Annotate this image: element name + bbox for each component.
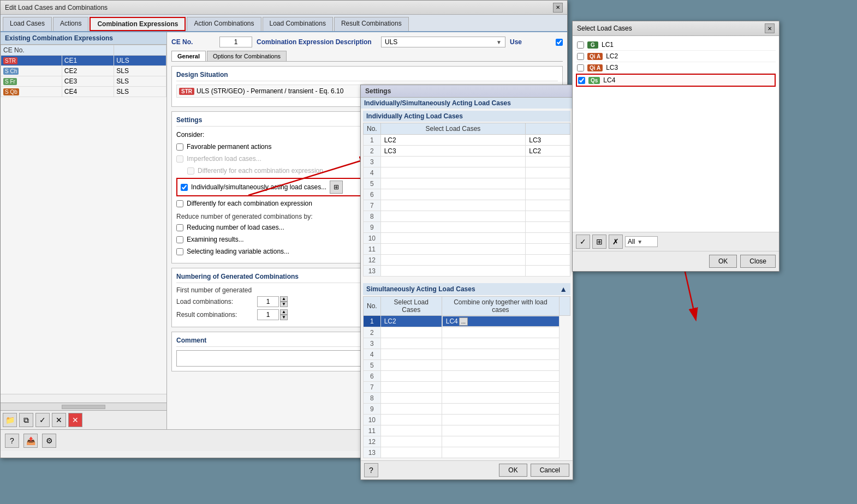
lc-cell[interactable] [380, 211, 526, 222]
all-dropdown[interactable]: All ▼ [625, 236, 658, 247]
table-row[interactable]: 2 LC3 LC2 [364, 146, 570, 157]
lc-check-filtered-button[interactable]: ⊞ [592, 235, 606, 249]
table-row[interactable]: 10 [364, 233, 570, 244]
popup-ok-button[interactable]: OK [499, 464, 527, 477]
table-row[interactable]: 7 [364, 382, 570, 393]
lc-ok-button[interactable]: OK [709, 255, 737, 268]
table-row[interactable]: 4 [364, 349, 570, 360]
table-row[interactable]: 3 [364, 338, 570, 349]
table-row[interactable]: 11 [364, 425, 570, 436]
lc-cell[interactable] [380, 200, 526, 211]
table-row[interactable]: 2 [364, 327, 570, 338]
help-button[interactable]: ? [5, 434, 19, 448]
table-row[interactable]: 9 [364, 404, 570, 415]
combine-browse-button[interactable]: ... [459, 317, 468, 326]
lc-cell[interactable] [380, 393, 442, 404]
favorable-checkbox[interactable] [176, 143, 183, 151]
table-row[interactable]: 12 [364, 436, 570, 447]
inner-tab-options[interactable]: Options for Combinations [207, 51, 287, 61]
lc-cell[interactable] [380, 436, 442, 447]
combine-cell[interactable] [442, 338, 559, 349]
table-row[interactable]: 10 [364, 415, 570, 425]
combine-cell[interactable] [442, 327, 559, 338]
tab-load-combinations[interactable]: Load Combinations [263, 17, 333, 31]
combine-cell[interactable] [442, 349, 559, 360]
lc-cell2[interactable] [526, 189, 570, 200]
table-row[interactable]: 13 [364, 447, 570, 458]
table-row[interactable]: 8 [364, 211, 570, 222]
simul-scroll-up[interactable]: ▲ [560, 285, 567, 293]
lc-cell2[interactable]: LC2 [526, 146, 570, 157]
tab-combination-expressions[interactable]: Combination Expressions [90, 17, 186, 31]
tab-result-combinations[interactable]: Result Combinations [334, 17, 409, 31]
leading-checkbox[interactable] [176, 248, 183, 255]
popup-help-button[interactable]: ? [364, 463, 378, 477]
combine-cell[interactable] [442, 404, 559, 415]
ce-desc-dropdown[interactable]: ULS ▼ [381, 37, 505, 47]
combine-cell[interactable] [442, 447, 559, 458]
table-row[interactable]: 8 [364, 393, 570, 404]
combine-cell[interactable] [442, 425, 559, 436]
table-row[interactable]: 1 LC2 LC4 ... [364, 316, 570, 327]
ce-check-button[interactable]: ✓ [35, 413, 50, 427]
lc-cell2[interactable] [526, 266, 570, 277]
table-row[interactable]: 9 [364, 222, 570, 233]
lc-cell[interactable] [380, 167, 526, 178]
lc-uncheck-button[interactable]: ✗ [609, 235, 623, 249]
table-row[interactable]: S Fr CE3 SLS [1, 76, 166, 87]
lc-cell2[interactable] [526, 200, 570, 211]
table-row[interactable]: 3 [364, 157, 570, 167]
tab-action-combinations[interactable]: Action Combinations [187, 17, 261, 31]
lc-cell[interactable]: LC2 [380, 135, 526, 146]
table-row[interactable]: S Ch CE2 SLS [1, 66, 166, 76]
examine-checkbox[interactable] [176, 236, 183, 243]
combine-cell[interactable] [442, 436, 559, 447]
lc-cell2[interactable]: LC3 [526, 135, 570, 146]
lc-cell[interactable] [380, 233, 526, 244]
table-row[interactable]: 13 [364, 266, 570, 277]
settings-button2[interactable]: ⚙ [42, 434, 56, 448]
lc-close-button[interactable]: Close [740, 255, 776, 268]
differently2-checkbox[interactable] [176, 200, 183, 207]
select-lc-close-button[interactable]: ✕ [765, 23, 775, 33]
lc-cell2[interactable] [526, 244, 570, 255]
table-row[interactable]: 7 [364, 200, 570, 211]
lc-cell[interactable] [380, 157, 526, 167]
combine-cell[interactable]: LC4 ... [442, 316, 560, 327]
lc-cell[interactable] [380, 360, 442, 371]
tab-actions[interactable]: Actions [53, 17, 88, 31]
ce-delete-button[interactable]: ✕ [52, 413, 66, 427]
lc4-checkbox[interactable] [578, 77, 585, 84]
ce-red-x-button[interactable]: ✕ [68, 413, 82, 427]
lc-cell2[interactable] [526, 167, 570, 178]
lc-cell2[interactable] [526, 255, 570, 266]
lc-cell[interactable]: LC3 [380, 146, 526, 157]
result-comb-spin-up[interactable]: ▲ [280, 309, 288, 315]
load-comb-input[interactable]: 1 [257, 296, 279, 307]
combine-cell[interactable] [442, 382, 559, 393]
lc1-checkbox[interactable] [577, 41, 584, 49]
lc-cell[interactable] [380, 327, 442, 338]
lc-cell[interactable] [380, 244, 526, 255]
lc-cell[interactable] [380, 447, 442, 458]
individually-settings-icon[interactable]: ⊞ [330, 181, 343, 194]
lc-cell[interactable] [380, 404, 442, 415]
result-comb-input[interactable]: 1 [257, 309, 279, 320]
ce-folder-button[interactable]: 📁 [3, 413, 17, 427]
lc-check-all-button[interactable]: ✓ [576, 235, 590, 249]
table-row[interactable]: 4 [364, 167, 570, 178]
lc-cell[interactable] [380, 338, 442, 349]
ce-no-value[interactable]: 1 [219, 37, 252, 47]
table-row[interactable]: S Qb CE4 SLS [1, 87, 166, 97]
table-row[interactable]: 5 [364, 360, 570, 371]
table-row[interactable]: 6 [364, 371, 570, 382]
tab-load-cases[interactable]: Load Cases [3, 17, 52, 31]
lc2-checkbox[interactable] [577, 53, 584, 60]
lc-cell[interactable]: LC2 [380, 316, 442, 327]
lc-cell2[interactable] [526, 178, 570, 189]
table-row[interactable]: STR CE1 ULS [1, 56, 166, 66]
combine-cell[interactable] [442, 415, 559, 425]
lc-cell[interactable] [380, 178, 526, 189]
table-row[interactable]: 6 [364, 189, 570, 200]
lc-cell2[interactable] [526, 211, 570, 222]
